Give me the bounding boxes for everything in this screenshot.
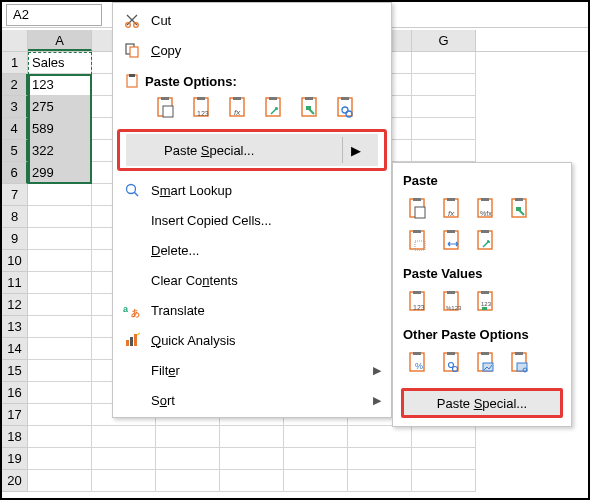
cell-A9[interactable]: [28, 228, 92, 250]
row-header-7[interactable]: 7: [2, 184, 28, 206]
menu-paste-special[interactable]: Paste Special... ▶: [126, 134, 378, 166]
cell-C18[interactable]: [156, 426, 220, 448]
cell-F20[interactable]: [348, 470, 412, 492]
paste-option-formatting[interactable]: [295, 93, 323, 121]
cell-C20[interactable]: [156, 470, 220, 492]
cell-A8[interactable]: [28, 206, 92, 228]
cell-G5[interactable]: [412, 140, 476, 162]
cell-A4[interactable]: 589: [28, 118, 92, 140]
paste-option-paste[interactable]: [151, 93, 179, 121]
cell-D18[interactable]: [220, 426, 284, 448]
paste-option-transpose[interactable]: [259, 93, 287, 121]
cell-D19[interactable]: [220, 448, 284, 470]
cell-F18[interactable]: [348, 426, 412, 448]
cell-B18[interactable]: [92, 426, 156, 448]
cell-G4[interactable]: [412, 118, 476, 140]
paste-option-formulas[interactable]: fx: [223, 93, 251, 121]
sub-paste-no-borders[interactable]: [403, 226, 431, 254]
row-header-16[interactable]: 16: [2, 382, 28, 404]
cell-B19[interactable]: [92, 448, 156, 470]
cell-G18[interactable]: [412, 426, 476, 448]
cell-A14[interactable]: [28, 338, 92, 360]
sub-values[interactable]: 123: [403, 287, 431, 315]
cell-A5[interactable]: 322: [28, 140, 92, 162]
cell-A19[interactable]: [28, 448, 92, 470]
cell-B20[interactable]: [92, 470, 156, 492]
cell-A7[interactable]: [28, 184, 92, 206]
row-header-8[interactable]: 8: [2, 206, 28, 228]
cell-A13[interactable]: [28, 316, 92, 338]
cell-F19[interactable]: [348, 448, 412, 470]
row-header-15[interactable]: 15: [2, 360, 28, 382]
menu-clear-contents[interactable]: Clear Contents: [113, 265, 391, 295]
cell-G19[interactable]: [412, 448, 476, 470]
row-header-17[interactable]: 17: [2, 404, 28, 426]
submenu-paste-special[interactable]: Paste Special...: [401, 388, 563, 418]
sub-paste[interactable]: [403, 194, 431, 222]
select-all-corner[interactable]: [2, 30, 28, 51]
row-header-19[interactable]: 19: [2, 448, 28, 470]
row-header-12[interactable]: 12: [2, 294, 28, 316]
svg-text:123: 123: [197, 110, 209, 117]
paste-option-link[interactable]: [331, 93, 359, 121]
row-header-14[interactable]: 14: [2, 338, 28, 360]
sub-other-link[interactable]: [437, 348, 465, 376]
cell-E20[interactable]: [284, 470, 348, 492]
row-header-1[interactable]: 1: [2, 52, 28, 74]
cell-A1[interactable]: Sales: [28, 52, 92, 74]
row-header-9[interactable]: 9: [2, 228, 28, 250]
menu-translate[interactable]: aあ Translate: [113, 295, 391, 325]
menu-insert-copied[interactable]: Insert Copied Cells...: [113, 205, 391, 235]
col-header-G[interactable]: G: [412, 30, 476, 51]
row-header-5[interactable]: 5: [2, 140, 28, 162]
cell-A2[interactable]: 123: [28, 74, 92, 96]
sub-paste-source-format[interactable]: [505, 194, 533, 222]
row-header-10[interactable]: 10: [2, 250, 28, 272]
row-header-11[interactable]: 11: [2, 272, 28, 294]
cell-G1[interactable]: [412, 52, 476, 74]
row-header-13[interactable]: 13: [2, 316, 28, 338]
menu-smart-lookup[interactable]: Smart Lookup: [113, 175, 391, 205]
cell-A3[interactable]: 275: [28, 96, 92, 118]
cell-E18[interactable]: [284, 426, 348, 448]
menu-cut[interactable]: Cut: [113, 5, 391, 35]
cell-A6[interactable]: 299: [28, 162, 92, 184]
row-header-2[interactable]: 2: [2, 74, 28, 96]
cell-E19[interactable]: [284, 448, 348, 470]
cell-C19[interactable]: [156, 448, 220, 470]
cell-G3[interactable]: [412, 96, 476, 118]
sub-other-picture[interactable]: [471, 348, 499, 376]
menu-delete[interactable]: Delete...: [113, 235, 391, 265]
sub-paste-col-widths[interactable]: [437, 226, 465, 254]
cell-A12[interactable]: [28, 294, 92, 316]
menu-filter[interactable]: Filter ▶: [113, 355, 391, 385]
cell-A11[interactable]: [28, 272, 92, 294]
sub-paste-formulas[interactable]: fx: [437, 194, 465, 222]
sub-values-num[interactable]: %123: [437, 287, 465, 315]
cell-G20[interactable]: [412, 470, 476, 492]
cell-A16[interactable]: [28, 382, 92, 404]
cell-G2[interactable]: [412, 74, 476, 96]
row-header-6[interactable]: 6: [2, 162, 28, 184]
sub-paste-transpose[interactable]: [471, 226, 499, 254]
name-box[interactable]: A2: [6, 4, 102, 26]
row-header-3[interactable]: 3: [2, 96, 28, 118]
paste-option-values[interactable]: 123: [187, 93, 215, 121]
cell-A17[interactable]: [28, 404, 92, 426]
cell-A15[interactable]: [28, 360, 92, 382]
menu-copy[interactable]: Copy: [113, 35, 391, 65]
cell-A20[interactable]: [28, 470, 92, 492]
menu-sort[interactable]: Sort ▶: [113, 385, 391, 415]
cell-A10[interactable]: [28, 250, 92, 272]
cell-D20[interactable]: [220, 470, 284, 492]
row-header-20[interactable]: 20: [2, 470, 28, 492]
row-header-18[interactable]: 18: [2, 426, 28, 448]
sub-other-formatting[interactable]: %: [403, 348, 431, 376]
row-header-4[interactable]: 4: [2, 118, 28, 140]
col-header-A[interactable]: A: [28, 30, 92, 51]
menu-quick-analysis[interactable]: Quick Analysis: [113, 325, 391, 355]
sub-paste-fx-format[interactable]: %fx: [471, 194, 499, 222]
sub-other-linked-picture[interactable]: [505, 348, 533, 376]
sub-values-source[interactable]: 123: [471, 287, 499, 315]
cell-A18[interactable]: [28, 426, 92, 448]
